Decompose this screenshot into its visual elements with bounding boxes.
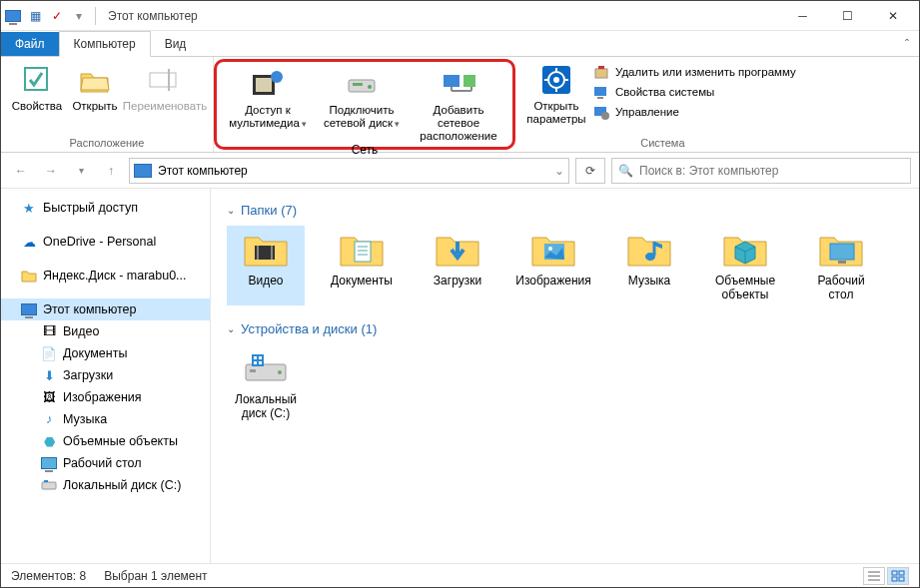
map-drive-button[interactable]: Подключить сетевой диск [315, 64, 409, 143]
sidebar-documents[interactable]: 📄Документы [1, 342, 210, 364]
ribbon-group-location: Свойства Открыть Переименовать Расположе… [1, 57, 214, 152]
body: ★ Быстрый доступ ☁ OneDrive - Personal Я… [1, 189, 919, 563]
maximize-button[interactable]: ☐ [825, 1, 870, 31]
add-network-location-button[interactable]: Добавить сетевое расположение [409, 64, 508, 143]
ribbon-group-network-highlight: Доступ к мультимедиа Подключить сетевой … [214, 59, 515, 150]
address-input[interactable] [158, 164, 548, 178]
svg-point-43 [278, 370, 282, 374]
status-item-count: Элементов: 8 [11, 569, 86, 583]
sidebar-pictures[interactable]: 🖼Изображения [1, 386, 210, 408]
sidebar-downloads[interactable]: ⬇Загрузки [1, 364, 210, 386]
view-icons-button[interactable] [887, 567, 909, 585]
svg-rect-28 [44, 480, 48, 482]
tab-view[interactable]: Вид [151, 32, 201, 56]
drive-icon [41, 477, 57, 493]
search-input[interactable] [639, 164, 904, 178]
tile-downloads[interactable]: Загрузки [419, 226, 496, 305]
uninstall-programs-button[interactable]: Удалить или изменить программу [593, 64, 796, 80]
svg-rect-24 [597, 97, 603, 99]
drive-c-icon [242, 348, 290, 388]
music-icon: ♪ [41, 411, 57, 427]
rename-icon [148, 63, 182, 97]
ribbon-collapse-button[interactable]: ˆ [895, 34, 919, 56]
folder-pictures-icon [529, 230, 577, 270]
tile-pictures[interactable]: Изображения [514, 226, 592, 305]
sidebar-music[interactable]: ♪Музыка [1, 408, 210, 430]
view-details-button[interactable] [863, 567, 885, 585]
sidebar-local-disk[interactable]: Локальный диск (C:) [1, 474, 210, 496]
svg-rect-42 [250, 369, 256, 372]
open-settings-button[interactable]: Открыть параметры [523, 60, 589, 137]
media-icon [251, 67, 285, 101]
collapse-icon: ⌄ [227, 323, 235, 334]
ribbon: Свойства Открыть Переименовать Расположе… [1, 57, 919, 153]
manage-button[interactable]: Управление [593, 104, 796, 120]
sidebar-desktop[interactable]: Рабочий стол [1, 452, 210, 474]
sidebar-3d-objects[interactable]: ⬣Объемные объекты [1, 430, 210, 452]
tile-desktop[interactable]: Рабочий стол [802, 226, 880, 305]
tile-3d-objects[interactable]: Объемные объекты [706, 226, 784, 305]
properties-icon [20, 63, 54, 97]
nav-up-button[interactable]: ↑ [99, 159, 123, 183]
svg-rect-45 [254, 356, 257, 359]
sidebar-videos[interactable]: 🎞Видео [1, 320, 210, 342]
folder-desktop-icon [817, 230, 865, 270]
open-button[interactable]: Открыть [69, 60, 121, 137]
manage-icon [593, 104, 609, 120]
section-folders-header[interactable]: ⌄ Папки (7) [227, 203, 903, 218]
svg-rect-10 [463, 75, 475, 87]
address-dropdown-icon[interactable]: ⌄ [554, 164, 564, 178]
add-network-icon [442, 67, 475, 101]
folder-icon [21, 268, 37, 284]
titlebar: ▦ ✓ ▾ Этот компьютер ─ ☐ ✕ [1, 1, 919, 31]
media-access-button[interactable]: Доступ к мультимедиа [221, 64, 315, 143]
uninstall-icon [593, 64, 609, 80]
address-bar[interactable]: ⌄ [129, 158, 569, 184]
sidebar-quick-access[interactable]: ★ Быстрый доступ [1, 197, 210, 219]
folder-documents-icon [338, 230, 386, 270]
section-devices-header[interactable]: ⌄ Устройства и диски (1) [227, 321, 903, 336]
nav-back-button[interactable]: ← [9, 159, 33, 183]
search-icon: 🔍 [618, 164, 633, 178]
folder-open-icon [78, 63, 112, 97]
close-button[interactable]: ✕ [870, 1, 915, 31]
tab-file[interactable]: Файл [1, 32, 59, 56]
sidebar-onedrive[interactable]: ☁ OneDrive - Personal [1, 231, 210, 253]
svg-point-37 [548, 247, 552, 251]
svg-point-5 [271, 71, 283, 83]
refresh-button[interactable]: ⟳ [575, 158, 605, 184]
search-box[interactable]: 🔍 [611, 158, 911, 184]
ribbon-tabstrip: Файл Компьютер Вид ˆ [1, 31, 919, 57]
svg-rect-31 [271, 246, 273, 260]
svg-rect-0 [25, 68, 47, 90]
this-pc-icon [134, 164, 152, 178]
svg-rect-21 [595, 69, 607, 78]
qat-more-icon[interactable]: ▾ [71, 8, 87, 24]
svg-rect-30 [257, 246, 259, 260]
folder-videos-icon [242, 230, 290, 270]
sidebar-yandex-disk[interactable]: Яндекс.Диск - marabu0... [1, 265, 210, 287]
tile-videos[interactable]: Видео [227, 226, 305, 305]
qat-check-icon[interactable]: ✓ [49, 8, 65, 24]
ribbon-group-label-location: Расположение [70, 137, 145, 152]
this-pc-icon [21, 301, 37, 317]
folders-grid: Видео Документы Загрузки Изображения Муз… [227, 226, 903, 305]
nav-recent-button[interactable]: ▾ [69, 159, 93, 183]
tile-documents[interactable]: Документы [323, 226, 401, 305]
system-properties-button[interactable]: Свойства системы [593, 84, 796, 100]
nav-forward-button[interactable]: → [39, 159, 63, 183]
svg-rect-55 [899, 577, 904, 581]
tile-music[interactable]: Музыка [610, 226, 688, 305]
tile-local-disk-c[interactable]: Локальный диск (C:) [227, 344, 305, 424]
sidebar-this-pc[interactable]: Этот компьютер [1, 298, 210, 320]
svg-rect-4 [256, 78, 272, 92]
svg-rect-48 [259, 361, 262, 364]
app-icon [5, 8, 21, 24]
svg-rect-7 [353, 83, 363, 86]
minimize-button[interactable]: ─ [780, 1, 825, 31]
tab-computer[interactable]: Компьютер [59, 31, 151, 57]
qat-item-icon[interactable]: ▦ [27, 8, 43, 24]
properties-button[interactable]: Свойства [7, 60, 67, 137]
content-pane: ⌄ Папки (7) Видео Документы Загрузки Изо… [211, 189, 919, 563]
desktop-icon [41, 455, 57, 471]
